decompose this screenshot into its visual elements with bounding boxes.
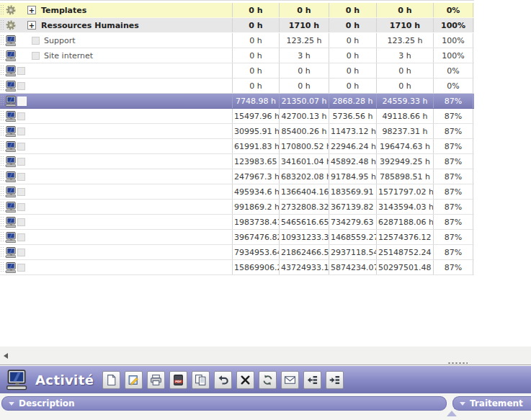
drag-handle[interactable] bbox=[0, 110, 4, 122]
drag-handle[interactable] bbox=[0, 201, 4, 213]
description-section-header[interactable]: Description bbox=[1, 396, 447, 411]
drag-handle[interactable] bbox=[0, 4, 4, 16]
row-icon-cell bbox=[0, 33, 16, 48]
value-cell: 0 h bbox=[329, 48, 377, 63]
table-row[interactable]: 495934.6 h 1366404.16 h 183569.91 h 1571… bbox=[0, 184, 474, 200]
value-cell: 0 h bbox=[329, 33, 377, 48]
value-cell: 5874234.07 h bbox=[329, 260, 377, 274]
drag-handle[interactable] bbox=[0, 65, 4, 76]
drag-handle[interactable] bbox=[0, 231, 4, 243]
move-left-button[interactable] bbox=[303, 371, 321, 389]
expand-toggle[interactable]: + bbox=[27, 21, 36, 30]
undo-button[interactable] bbox=[214, 371, 232, 389]
table-row[interactable]: Site internet 0 h 3 h 0 h 3 h 100% bbox=[0, 48, 474, 63]
row-checkbox[interactable] bbox=[17, 112, 25, 120]
drag-handle[interactable] bbox=[0, 80, 4, 91]
drag-handle[interactable] bbox=[0, 35, 4, 46]
table-row[interactable]: 15869906.27 h 43724933.18 h 5874234.07 h… bbox=[0, 260, 474, 275]
table-row[interactable]: + Templates 0 h 0 h 0 h 0 h 0% bbox=[0, 3, 474, 18]
value-cell: 98237.31 h bbox=[377, 124, 434, 138]
drag-handle[interactable] bbox=[0, 171, 4, 182]
scroll-left-arrow-icon[interactable] bbox=[4, 353, 8, 359]
table-row[interactable]: + Ressources Humaines 0 h 1710 h 0 h 171… bbox=[0, 18, 474, 33]
table-row[interactable]: 7934953.64 h 21862466.59 h 2937118.54 h … bbox=[0, 245, 474, 260]
row-label: Support bbox=[44, 36, 75, 45]
row-checkbox[interactable] bbox=[17, 249, 25, 256]
drag-handle[interactable] bbox=[0, 216, 4, 228]
drag-handle[interactable] bbox=[0, 186, 4, 197]
drag-handle[interactable] bbox=[0, 125, 4, 137]
row-checkbox[interactable] bbox=[32, 37, 40, 45]
table-row[interactable]: Support 0 h 123.25 h 0 h 123.25 h 100% bbox=[0, 33, 474, 48]
drag-handle[interactable] bbox=[0, 50, 4, 61]
value-cell: 7934953.64 h bbox=[233, 245, 280, 259]
percent-cell: 0% bbox=[434, 79, 473, 93]
value-cell: 367139.82 h bbox=[329, 200, 377, 214]
drag-handle[interactable] bbox=[0, 246, 4, 258]
value-cell: 247967.3 h bbox=[233, 169, 280, 184]
drag-handle[interactable] bbox=[0, 262, 4, 273]
row-checkbox[interactable] bbox=[17, 158, 25, 166]
refresh-button[interactable] bbox=[259, 371, 277, 389]
table-row[interactable]: 247967.3 h 683202.08 h 91784.95 h 785898… bbox=[0, 169, 474, 184]
value-cell: 0 h bbox=[377, 3, 434, 17]
mail-button[interactable] bbox=[281, 371, 299, 389]
value-cell: 12574376.12 h bbox=[377, 230, 434, 244]
row-checkbox[interactable] bbox=[17, 173, 25, 181]
percent-cell: 87% bbox=[434, 184, 473, 199]
move-right-button[interactable] bbox=[326, 371, 344, 389]
row-name-cell bbox=[16, 260, 233, 274]
row-label: Ressources Humaines bbox=[41, 21, 139, 30]
percent-cell: 100% bbox=[434, 48, 473, 63]
value-cell: 734279.63 h bbox=[329, 215, 377, 229]
value-cell: 11473.12 h bbox=[329, 124, 377, 138]
value-cell: 21862466.59 h bbox=[280, 245, 329, 259]
table-row[interactable]: 3967476.82 h 10931233.3 h 1468559.27 h 1… bbox=[0, 230, 474, 245]
copy-button[interactable] bbox=[192, 371, 210, 389]
drag-handle[interactable] bbox=[0, 140, 4, 152]
computer-icon bbox=[5, 247, 16, 258]
export-pdf-button[interactable]: PDF bbox=[169, 371, 187, 389]
row-checkbox[interactable] bbox=[17, 67, 25, 75]
table-row[interactable]: 15497.96 h 42700.13 h 5736.56 h 49118.66… bbox=[0, 109, 474, 124]
row-checkbox[interactable] bbox=[17, 143, 25, 151]
computer-icon bbox=[5, 96, 16, 107]
table-row[interactable]: 30995.91 h 85400.26 h 11473.12 h 98237.3… bbox=[0, 124, 474, 139]
splitter-grip-icon[interactable] bbox=[447, 362, 468, 365]
expand-toggle[interactable]: + bbox=[27, 6, 36, 14]
table-row[interactable]: 1983738.41 h 5465616.65 h 734279.63 h 62… bbox=[0, 215, 474, 230]
value-cell: 123983.65 h bbox=[233, 154, 280, 169]
edit-button[interactable] bbox=[125, 371, 143, 389]
panel-collapse-arrow-icon[interactable] bbox=[447, 411, 457, 416]
table-row[interactable]: 123983.65 h 341601.04 h 45892.48 h 39294… bbox=[0, 154, 474, 169]
row-checkbox[interactable] bbox=[17, 82, 25, 90]
row-checkbox[interactable] bbox=[17, 233, 25, 241]
new-document-button[interactable] bbox=[102, 371, 120, 389]
value-cell: 0 h bbox=[233, 18, 280, 32]
traitement-section-header[interactable]: Traitement bbox=[452, 396, 531, 411]
value-cell: 0 h bbox=[280, 3, 329, 17]
value-cell: 3 h bbox=[280, 48, 329, 63]
table-row[interactable]: 7748.98 h 21350.07 h 2868.28 h 24559.33 … bbox=[0, 94, 474, 109]
value-cell: 2937118.54 h bbox=[329, 245, 377, 259]
table-row[interactable]: 61991.83 h 170800.52 h 22946.24 h 196474… bbox=[0, 139, 474, 154]
toolbar-buttons: PDF bbox=[102, 371, 344, 389]
drag-handle[interactable] bbox=[0, 95, 4, 107]
print-button[interactable] bbox=[147, 371, 165, 389]
row-checkbox[interactable] bbox=[17, 128, 25, 135]
drag-handle[interactable] bbox=[0, 19, 4, 31]
table-row[interactable]: 0 h 0 h 0 h 0 h 0% bbox=[0, 63, 474, 79]
drag-handle[interactable] bbox=[0, 156, 4, 167]
table-row[interactable]: 0 h 0 h 0 h 0 h 0% bbox=[0, 79, 474, 94]
row-checkbox[interactable] bbox=[17, 97, 27, 106]
row-icon-cell bbox=[0, 184, 16, 199]
value-cell: 183569.91 h bbox=[329, 184, 377, 199]
table-row[interactable]: 991869.2 h 2732808.32 h 367139.82 h 3143… bbox=[0, 200, 474, 215]
value-cell: 170800.52 h bbox=[280, 139, 329, 153]
row-checkbox[interactable] bbox=[17, 264, 25, 272]
row-checkbox[interactable] bbox=[17, 188, 25, 196]
row-checkbox[interactable] bbox=[17, 218, 25, 226]
delete-button[interactable] bbox=[236, 371, 254, 389]
row-checkbox[interactable] bbox=[32, 52, 40, 60]
row-checkbox[interactable] bbox=[17, 203, 25, 211]
